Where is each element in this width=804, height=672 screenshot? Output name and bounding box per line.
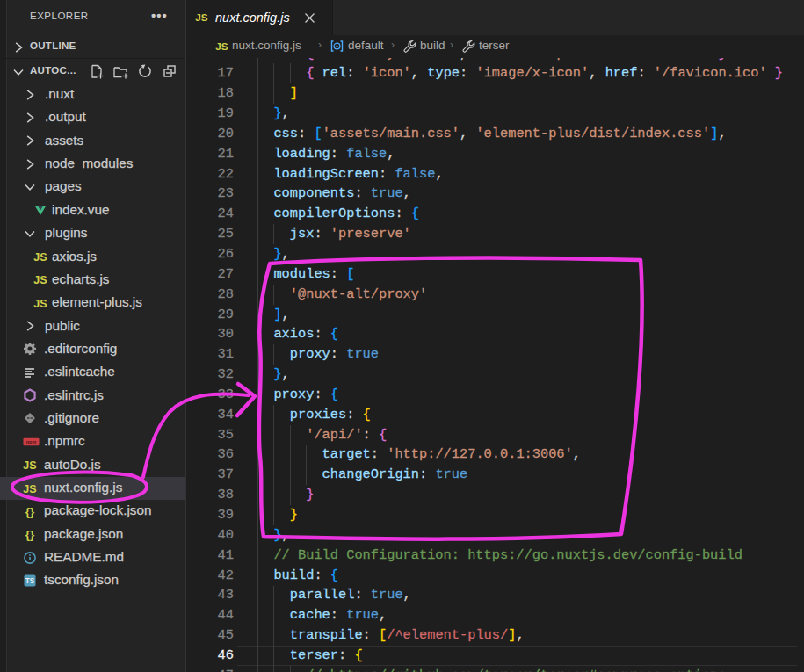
svg-text:TS: TS — [25, 577, 35, 585]
svg-text:npm: npm — [26, 439, 37, 444]
svg-text:JS: JS — [33, 297, 47, 309]
svg-text:{}: {} — [25, 528, 35, 541]
svg-text:JS: JS — [33, 274, 47, 286]
svg-text:JS: JS — [23, 482, 36, 495]
svg-text:JS: JS — [215, 40, 228, 52]
svg-text:JS: JS — [195, 11, 208, 23]
svg-text:{}: {} — [25, 505, 35, 518]
svg-text:JS: JS — [33, 251, 47, 264]
svg-text:JS: JS — [23, 459, 36, 472]
